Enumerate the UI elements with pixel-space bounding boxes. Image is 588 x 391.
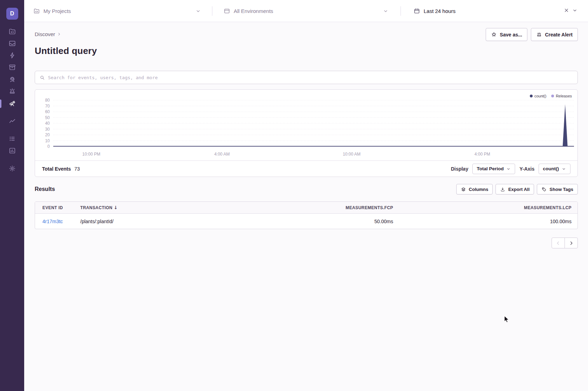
- legend-label: count(): [534, 94, 546, 98]
- column-header-transaction[interactable]: TRANSACTION↓: [73, 205, 277, 210]
- environments-window-icon: [224, 8, 230, 14]
- events-chart: 0102030405060708010:00 PM4:00 AM10:00 AM…: [35, 90, 577, 160]
- y-axis-tick-label: 60: [45, 109, 50, 114]
- chart-legend: count()Releases: [530, 94, 572, 98]
- sidebar-item-performance[interactable]: [0, 50, 24, 62]
- y-axis-tick-label: 0: [47, 144, 50, 149]
- save-as-label: Save as...: [500, 32, 522, 37]
- y-axis-tick-label: 50: [45, 115, 50, 120]
- legend-item-count[interactable]: count(): [530, 94, 546, 98]
- global-header: My Projects All Environments Last 24 hou…: [24, 0, 588, 22]
- save-as-button[interactable]: Save as...: [486, 28, 527, 41]
- results-table: EVENT IDTRANSACTION↓MEASUREMENTS.FCPMEAS…: [35, 201, 578, 229]
- previous-page-button[interactable]: [552, 238, 565, 248]
- projects-folder-icon: [33, 8, 40, 14]
- y-axis-tick-label: 20: [45, 132, 50, 137]
- chevron-down-icon: [506, 166, 511, 171]
- environment-selector-label: All Environments: [234, 8, 273, 14]
- line-chart-icon: [8, 117, 16, 126]
- sidebar-item-user-feedback[interactable]: [0, 74, 24, 86]
- x-axis-tick-label: 4:00 AM: [214, 152, 230, 157]
- table-header-row: EVENT IDTRANSACTION↓MEASUREMENTS.FCPMEAS…: [35, 202, 577, 214]
- legend-label: Releases: [556, 94, 572, 98]
- sidebar-nav: [0, 26, 24, 175]
- y-axis-tick-label: 30: [45, 127, 50, 132]
- project-selector[interactable]: My Projects: [24, 0, 212, 22]
- column-header-measurements-fcp[interactable]: MEASUREMENTS.FCP: [277, 205, 399, 210]
- x-axis-tick-label: 10:00 PM: [82, 152, 100, 157]
- sidebar-item-projects[interactable]: [0, 26, 24, 38]
- layers-icon: [461, 187, 466, 192]
- discover-page: Discover Untitled query Save as... Creat…: [24, 22, 588, 391]
- chevron-right-icon: [56, 32, 62, 37]
- siren-icon: [8, 87, 16, 96]
- releases-archive-icon: [8, 63, 16, 73]
- tag-icon: [541, 187, 547, 192]
- cell-measurements-fcp: 50.00ms: [277, 219, 399, 224]
- table-row: 4r17m3tc/plants/:plantId/50.00ms100.00ms: [35, 214, 577, 229]
- create-alert-button[interactable]: Create Alert: [531, 28, 578, 41]
- sidebar-item-stats[interactable]: [0, 145, 24, 157]
- search-bar: [35, 71, 578, 84]
- search-input[interactable]: [48, 71, 573, 84]
- date-range-label: Last 24 hours: [424, 8, 456, 14]
- results-heading: Results: [35, 186, 55, 192]
- display-value: Total Period: [477, 166, 504, 171]
- count-series-spike: [563, 104, 568, 146]
- sidebar-item-discover[interactable]: [0, 98, 24, 110]
- bar-chart-icon: [8, 147, 16, 156]
- legend-item-releases[interactable]: Releases: [551, 94, 572, 98]
- projects-folder-icon: [8, 28, 16, 37]
- cell-event-id: 4r17m3tc: [35, 219, 73, 224]
- next-page-button[interactable]: [565, 238, 578, 248]
- event-id-link[interactable]: 4r17m3tc: [42, 219, 63, 224]
- display-select[interactable]: Total Period: [472, 164, 515, 174]
- columns-button[interactable]: Columns: [456, 184, 493, 194]
- y-axis-value: count(): [543, 166, 559, 171]
- search-icon: [39, 75, 45, 81]
- chevron-down-icon: [195, 8, 201, 14]
- create-alert-label: Create Alert: [545, 32, 573, 37]
- sidebar-item-metrics[interactable]: [0, 116, 24, 128]
- total-events-label: Total Events: [42, 166, 71, 172]
- telescope-icon: [8, 99, 16, 108]
- project-selector-label: My Projects: [43, 8, 71, 14]
- total-events-value: 73: [74, 166, 80, 172]
- y-axis-tick-label: 70: [45, 104, 50, 109]
- sidebar-item-releases[interactable]: [0, 62, 24, 74]
- list-icon: [8, 135, 16, 144]
- support-headset-icon: [8, 75, 16, 84]
- sidebar-item-alerts[interactable]: [0, 86, 24, 98]
- sidebar-item-settings[interactable]: [0, 163, 24, 175]
- export-all-button[interactable]: Export All: [495, 184, 534, 194]
- sidebar-item-issues[interactable]: [0, 38, 24, 50]
- org-avatar[interactable]: D: [6, 8, 18, 20]
- calendar-icon: [413, 8, 420, 14]
- chevron-left-icon: [555, 240, 561, 246]
- show-tags-label: Show Tags: [549, 187, 573, 192]
- display-label: Display: [451, 166, 469, 172]
- y-axis-label: Y-Axis: [519, 166, 534, 172]
- lightning-icon: [8, 52, 16, 61]
- clear-date-icon[interactable]: [563, 7, 569, 15]
- sidebar: D: [0, 0, 24, 391]
- column-header-event-id[interactable]: EVENT ID: [35, 205, 73, 210]
- y-axis-tick-label: 80: [45, 98, 50, 103]
- sidebar-item-dashboards[interactable]: [0, 133, 24, 145]
- date-range-selector[interactable]: Last 24 hours: [401, 0, 588, 22]
- chevron-down-icon[interactable]: [572, 7, 578, 15]
- x-axis-tick-label: 4:00 PM: [474, 152, 490, 157]
- cell-measurements-lcp: 100.00ms: [399, 219, 577, 224]
- breadcrumb-discover-link[interactable]: Discover: [35, 31, 55, 37]
- chevron-down-icon: [383, 8, 389, 14]
- environment-selector[interactable]: All Environments: [212, 0, 401, 22]
- sort-desc-icon: ↓: [114, 205, 118, 210]
- chevron-down-icon: [561, 166, 566, 171]
- chart-footer: Total Events 73 Display Total Period Y-A…: [35, 160, 577, 177]
- events-chart-panel: count()Releases 0102030405060708010:00 P…: [35, 89, 578, 177]
- column-header-measurements-lcp[interactable]: MEASUREMENTS.LCP: [399, 205, 577, 210]
- y-axis-tick-label: 40: [45, 121, 50, 126]
- gear-icon: [8, 165, 16, 174]
- show-tags-button[interactable]: Show Tags: [537, 184, 578, 194]
- y-axis-select[interactable]: count(): [539, 164, 570, 174]
